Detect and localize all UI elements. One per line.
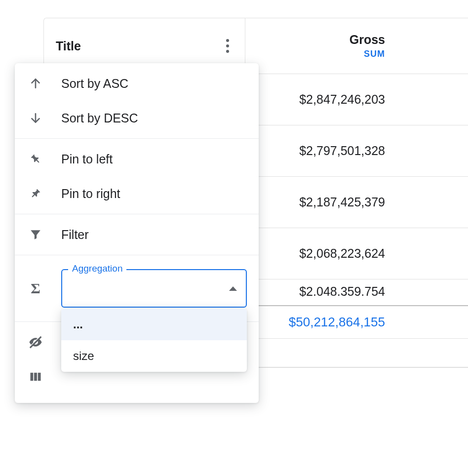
menu-section-filter: Filter xyxy=(15,214,259,255)
svg-rect-5 xyxy=(34,373,37,381)
arrow-down-icon xyxy=(27,109,44,127)
pin-right-icon xyxy=(27,185,44,202)
menu-item-filter[interactable]: Filter xyxy=(15,217,259,252)
cell-gross: $2,187,425,379 xyxy=(245,177,468,228)
menu-item-label: Filter xyxy=(61,228,89,242)
column-context-menu: Sort by ASC Sort by DESC Pin to left Pin… xyxy=(15,63,259,403)
svg-rect-4 xyxy=(31,373,34,381)
menu-item-label: Pin to right xyxy=(61,187,120,201)
menu-item-label: Sort by ASC xyxy=(61,77,128,91)
menu-item-label: Sort by DESC xyxy=(61,111,138,125)
aggregation-option-size[interactable]: size xyxy=(61,340,247,372)
column-header-title-label: Title xyxy=(56,39,81,53)
menu-item-pin-left[interactable]: Pin to left xyxy=(15,142,259,176)
column-header-gross-agg: SUM xyxy=(364,49,385,59)
menu-item-pin-right[interactable]: Pin to right xyxy=(15,176,259,211)
footer-gross-total: $50,212,864,155 xyxy=(245,306,468,338)
filter-icon xyxy=(27,226,44,243)
cell-gross: $2,797,501,328 xyxy=(245,125,468,176)
column-menu-button[interactable] xyxy=(222,35,233,57)
menu-section-pin: Pin to left Pin to right xyxy=(15,139,259,214)
aggregation-select-label: Aggregation xyxy=(68,263,126,274)
column-header-gross[interactable]: Gross SUM xyxy=(245,18,468,74)
sigma-icon: Σ xyxy=(27,279,44,297)
aggregation-select-box[interactable] xyxy=(61,269,247,308)
menu-item-sort-desc[interactable]: Sort by DESC xyxy=(15,101,259,135)
arrow-up-icon xyxy=(27,75,44,92)
cell-gross: $2,068,223,624 xyxy=(245,228,468,279)
column-header-gross-label: Gross xyxy=(350,33,385,47)
pin-left-icon xyxy=(27,150,44,168)
aggregation-option-none[interactable]: ... xyxy=(61,309,247,340)
hide-icon xyxy=(27,333,44,351)
aggregation-select[interactable]: Aggregation ... size xyxy=(61,269,247,308)
menu-section-sort: Sort by ASC Sort by DESC xyxy=(15,63,259,139)
caret-up-icon xyxy=(229,286,237,291)
cell-gross: $2.048.359.754 xyxy=(245,279,468,305)
menu-section-aggregation: Σ Aggregation ... size xyxy=(15,255,259,322)
columns-icon xyxy=(27,368,44,386)
aggregation-dropdown: ... size xyxy=(61,309,247,372)
menu-item-sort-asc[interactable]: Sort by ASC xyxy=(15,66,259,101)
menu-item-label: Pin to left xyxy=(61,152,113,166)
svg-rect-6 xyxy=(38,373,41,381)
cell-gross: $2,847,246,203 xyxy=(245,74,468,125)
